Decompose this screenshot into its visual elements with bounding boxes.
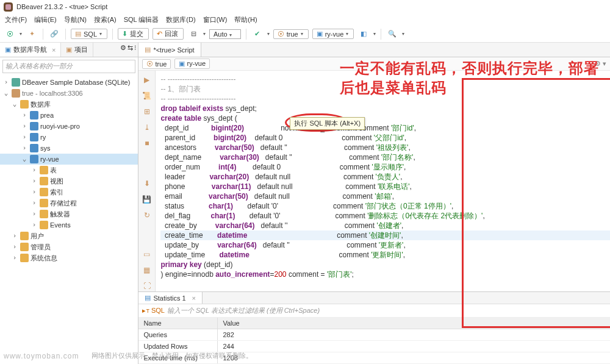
tree-schema[interactable]: ›sys bbox=[0, 143, 138, 154]
dropdown-icon[interactable]: ▾ bbox=[20, 31, 22, 37]
stats-row: Queries282 bbox=[138, 329, 610, 341]
navigator-panel: ▣数据库导航× ▣项目 ⚙ ⇆ ⁝ 输入表格名称的一部分 ›DBeaver Sa… bbox=[0, 43, 138, 364]
tx-mode-select[interactable]: Auto ▾ bbox=[209, 29, 241, 39]
menu-help[interactable]: 帮助(H) bbox=[232, 14, 259, 26]
tree-schema[interactable]: ⌄ry-vue bbox=[0, 154, 138, 165]
run-script-icon[interactable]: 📜 bbox=[142, 91, 152, 101]
new-icon[interactable]: ✦ bbox=[26, 28, 38, 40]
col-name[interactable]: Name bbox=[138, 318, 218, 329]
menu-database[interactable]: 数据库(D) bbox=[163, 14, 198, 26]
tree-folder[interactable]: ›Events bbox=[0, 219, 138, 230]
close-icon[interactable]: × bbox=[192, 294, 196, 302]
collapse-icon[interactable]: ⇆ bbox=[127, 44, 133, 55]
tree-node[interactable]: ›管理员 bbox=[0, 241, 138, 252]
menu-window[interactable]: 窗口(W) bbox=[201, 14, 230, 26]
new-connection-icon[interactable]: ⦿ bbox=[4, 28, 16, 40]
save-icon[interactable]: 💾 bbox=[142, 195, 152, 205]
tree-node[interactable]: ›系统信息 bbox=[0, 252, 138, 263]
tree-folder[interactable]: ›表 bbox=[0, 165, 138, 176]
crumb-db[interactable]: ▣ ry-vue bbox=[174, 59, 210, 69]
crumb-conn[interactable]: ⦿ true bbox=[142, 59, 171, 69]
max-icon[interactable]: ⛶ bbox=[142, 282, 152, 291]
tree-schema[interactable]: ›prea bbox=[0, 110, 138, 121]
tab-projects[interactable]: ▣项目 bbox=[61, 43, 93, 57]
search-icon[interactable]: 🔍 bbox=[386, 28, 398, 40]
tree-search-input[interactable]: 输入表格名称的一部分 bbox=[2, 60, 135, 73]
menu-file[interactable]: 文件(F) bbox=[2, 14, 29, 26]
menu-bar: 文件(F) 编辑(E) 导航(N) 搜索(A) SQL 编辑器 数据库(D) 窗… bbox=[0, 13, 610, 26]
conn-selector[interactable]: ⦿true▾ bbox=[273, 29, 309, 39]
editor-tab[interactable]: ▤*<true> Script bbox=[138, 43, 201, 57]
tree-folder[interactable]: ›触发器 bbox=[0, 209, 138, 219]
editor-gutter: ▶ 📜 ⊞ ⤓ ■ ⬇ 💾 ↻ ▭ ▦ ⛶ bbox=[138, 71, 156, 291]
menu-nav[interactable]: 导航(N) bbox=[62, 14, 89, 26]
menu-edit[interactable]: 编辑(E) bbox=[32, 14, 59, 26]
tx-icon[interactable]: ⊟ bbox=[187, 28, 199, 40]
run-statement-icon[interactable]: ▶ bbox=[142, 76, 152, 85]
editor-area: ▤*<true> Script ⦿ true ▣ ry-vue ⚙ ▾ 一定不能… bbox=[138, 43, 610, 364]
tree-schema[interactable]: ›ry bbox=[0, 132, 138, 143]
tree-root: ›DBeaver Sample Database (SQLite) bbox=[0, 77, 138, 88]
app-logo-icon bbox=[4, 2, 13, 12]
rollback-button[interactable]: ↶回滚 bbox=[152, 28, 184, 40]
hide-icon[interactable]: ▭ bbox=[142, 250, 152, 260]
menu-search[interactable]: 搜索(A) bbox=[92, 14, 119, 26]
tree-conn: ⌄true - localhost:3306 bbox=[0, 88, 138, 99]
col-value[interactable]: Value bbox=[218, 318, 610, 329]
db-tree[interactable]: ›DBeaver Sample Database (SQLite) ⌄true … bbox=[0, 76, 138, 364]
stats-tab[interactable]: ▤Statistics 1× bbox=[138, 292, 203, 304]
tree-databases: ⌄数据库 bbox=[0, 99, 138, 110]
filter-input[interactable]: 输入一个 SQL 表达式来过滤结果 (使用 Ctrl+Space) bbox=[167, 306, 320, 315]
annotation-text: 一定不能有乱码，否则执行完毕，部署后也是菜单乱码 bbox=[340, 59, 610, 98]
schema-icon[interactable]: ◧ bbox=[357, 28, 370, 40]
tree-schema[interactable]: ›ruoyi-vue-pro bbox=[0, 121, 138, 132]
sql-button[interactable]: ▤SQL▾ bbox=[71, 29, 107, 39]
run-script-tooltip: 执行 SQL 脚本 (Alt+X) bbox=[290, 117, 365, 130]
watermark: www.toymoban.com bbox=[4, 352, 79, 360]
tree-folder[interactable]: ›视图 bbox=[0, 176, 138, 187]
db-selector[interactable]: ▣ry-vue▾ bbox=[312, 29, 354, 39]
commit-button[interactable]: ⬇提交 bbox=[118, 28, 149, 40]
export-icon[interactable]: ⤓ bbox=[142, 123, 152, 133]
panel-icon[interactable]: ▦ bbox=[142, 266, 152, 276]
tree-folder[interactable]: ›索引 bbox=[0, 187, 138, 198]
menu-icon[interactable]: ⁝ bbox=[134, 44, 137, 55]
tree-folder[interactable]: ›存储过程 bbox=[0, 198, 138, 209]
filter-icon[interactable]: ⚙ bbox=[120, 44, 126, 55]
load-icon[interactable]: ⬇ bbox=[142, 179, 152, 189]
sql-editor[interactable]: -- ------------------------------ 1、部门表-… bbox=[156, 71, 610, 291]
stop-icon[interactable]: ■ bbox=[142, 139, 152, 149]
tab-db-navigator[interactable]: ▣数据库导航× bbox=[0, 43, 61, 57]
link-icon[interactable]: 🔗 bbox=[48, 28, 60, 40]
main-toolbar: ⦿ ▾ ✦ 🔗 ▤SQL▾ ⬇提交 ↶回滚 ⊟ ▾ Auto ▾ ✔ ▾ ⦿tr… bbox=[0, 26, 610, 43]
title-bar: DBeaver 21.3.2 - <true> Script bbox=[0, 0, 610, 13]
tree-node[interactable]: ›用户 bbox=[0, 230, 138, 241]
history-icon[interactable]: ↻ bbox=[142, 211, 152, 221]
window-title: DBeaver 21.3.2 - <true> Script bbox=[16, 3, 107, 10]
close-icon[interactable]: × bbox=[52, 46, 56, 54]
explain-icon[interactable]: ⊞ bbox=[142, 107, 152, 117]
conn-ok-icon[interactable]: ✔ bbox=[251, 28, 264, 40]
watermark-note: 网络图片仅供展示，禁止盗用，如有侵权请联系删除。 bbox=[92, 351, 253, 360]
menu-sql[interactable]: SQL 编辑器 bbox=[121, 14, 162, 26]
